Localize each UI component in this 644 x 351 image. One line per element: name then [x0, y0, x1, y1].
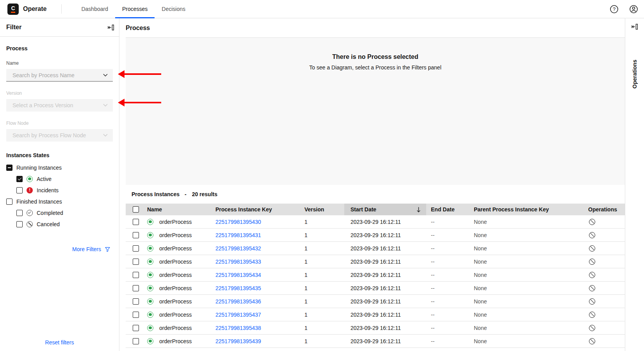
process-version-placeholder: Select a Process Version: [12, 102, 73, 108]
cancel-instance-icon[interactable]: [589, 338, 595, 344]
row-checkbox[interactable]: [133, 219, 139, 225]
state-icon: [27, 176, 33, 182]
row-checkbox-cell: [126, 312, 144, 318]
instance-key-link[interactable]: 225179981395436: [215, 298, 261, 305]
nav-tab[interactable]: Decisions: [155, 0, 192, 18]
state-checkbox[interactable]: [16, 187, 23, 193]
process-instances-panel: Process Instances - 20 results Name Proc…: [126, 185, 625, 351]
column-header-parent-key[interactable]: Parent Process Instance Key: [472, 206, 578, 213]
process-name-combobox[interactable]: Search by Process Name: [6, 69, 113, 82]
row-version-cell: 1: [304, 232, 344, 238]
cancel-instance-icon[interactable]: [589, 259, 595, 265]
row-name-cell: orderProcess: [144, 338, 215, 344]
cancel-instance-icon[interactable]: [589, 312, 595, 318]
app-logo-block[interactable]: C Operate: [0, 4, 54, 15]
main-nav-tabs: Dashboard Processes Decisions: [74, 0, 192, 18]
operations-panel-label[interactable]: Operations: [632, 60, 638, 89]
logo-orange-bar: [11, 12, 15, 13]
row-checkbox[interactable]: [133, 325, 139, 331]
help-icon[interactable]: ?: [610, 5, 619, 14]
sort-descending-icon[interactable]: [416, 206, 422, 213]
row-checkbox[interactable]: [133, 272, 139, 278]
row-parent-key-cell: None: [472, 298, 578, 305]
row-start-date-cell: 2023-09-29 16:12:11: [344, 338, 426, 344]
instance-key-link[interactable]: 225179981395435: [215, 285, 261, 291]
instance-key-link[interactable]: 225179981395437: [215, 312, 261, 318]
instance-key-link[interactable]: 225179981395434: [215, 272, 261, 278]
column-header-version[interactable]: Version: [304, 206, 344, 213]
instance-state-row: Canceled: [16, 218, 113, 230]
state-checkbox[interactable]: [16, 221, 23, 227]
nav-tab-label: Processes: [122, 6, 148, 12]
row-key-cell: 225179981395437: [215, 312, 304, 318]
instances-states-title: Instances States: [6, 152, 113, 158]
nav-divider: [61, 4, 62, 14]
row-checkbox[interactable]: [133, 285, 139, 291]
row-checkbox[interactable]: [133, 298, 139, 305]
title-separator: -: [185, 191, 187, 197]
instance-key-link[interactable]: 225179981395430: [215, 219, 261, 225]
row-end-date-cell: --: [426, 312, 472, 318]
column-header-name[interactable]: Name: [144, 206, 215, 213]
flow-node-combobox[interactable]: Search by Process Flow Node: [6, 129, 113, 142]
column-header-start-date[interactable]: Start Date: [344, 204, 426, 215]
operations-collapsed-panel[interactable]: Operations: [625, 18, 644, 351]
state-checkbox[interactable]: [16, 176, 23, 182]
reset-filters-link[interactable]: Reset filters: [45, 339, 74, 346]
row-checkbox[interactable]: [133, 259, 139, 265]
row-start-date-cell: 2023-09-29 16:12:11: [344, 259, 426, 265]
expand-panel-icon[interactable]: [632, 23, 638, 30]
state-icon: [27, 221, 33, 227]
user-profile-icon[interactable]: [629, 5, 638, 14]
chevron-down-icon: [103, 104, 108, 106]
process-name-label: Name: [6, 60, 113, 66]
more-filters-label: More Filters: [72, 246, 101, 252]
row-end-date-cell: --: [426, 259, 472, 265]
row-checkbox[interactable]: [133, 245, 139, 252]
cancel-instance-icon[interactable]: [589, 232, 595, 238]
process-name: orderProcess: [159, 232, 192, 238]
row-checkbox-cell: [126, 285, 144, 291]
flow-node-label: Flow Node: [6, 121, 113, 126]
cancel-instance-icon[interactable]: [589, 272, 595, 278]
row-checkbox[interactable]: [133, 232, 139, 238]
state-checkbox[interactable]: [6, 165, 12, 171]
collapse-panel-icon[interactable]: [108, 24, 114, 31]
topbar-right-actions: ?: [610, 5, 644, 14]
instance-key-link[interactable]: 225179981395438: [215, 325, 261, 331]
process-name: orderProcess: [159, 312, 192, 318]
state-checkbox[interactable]: [6, 199, 12, 205]
row-checkbox[interactable]: [133, 338, 139, 344]
active-state-icon: [147, 298, 153, 305]
diagram-panel-title: Process: [126, 25, 150, 32]
cancel-instance-icon[interactable]: [589, 325, 595, 331]
process-name: orderProcess: [159, 245, 192, 252]
cancel-instance-icon[interactable]: [589, 298, 595, 305]
state-checkbox[interactable]: [16, 210, 23, 216]
column-header-end-date[interactable]: End Date: [426, 206, 472, 213]
instance-key-link[interactable]: 225179981395431: [215, 232, 261, 238]
cancel-instance-icon[interactable]: [589, 245, 595, 252]
filters-title: Filter: [6, 24, 21, 31]
instance-key-link[interactable]: 225179981395433: [215, 259, 261, 265]
active-state-icon: [147, 272, 153, 278]
content-layout: Filter Process Name Search by Process Na…: [0, 18, 644, 351]
cancel-instance-icon[interactable]: [589, 219, 595, 225]
column-header-key[interactable]: Process Instance Key: [215, 206, 304, 213]
instance-key-link[interactable]: 225179981395432: [215, 245, 261, 252]
select-all-checkbox[interactable]: [133, 206, 139, 213]
instance-key-link[interactable]: 225179981395439: [215, 338, 261, 344]
nav-tab[interactable]: Dashboard: [74, 0, 115, 18]
row-checkbox[interactable]: [133, 312, 139, 318]
filters-panel-footer: Reset filters: [0, 334, 119, 351]
process-version-combobox[interactable]: Select a Process Version: [6, 99, 113, 112]
state-icon: [27, 210, 33, 216]
nav-tab[interactable]: Processes: [115, 0, 155, 18]
instance-table-row: orderProcess 225179981395431 1 2023-09-2…: [126, 229, 625, 242]
cancel-instance-icon[interactable]: [589, 285, 595, 291]
state-label: Completed: [37, 210, 63, 216]
row-version-cell: 1: [304, 325, 344, 331]
process-name: orderProcess: [159, 325, 192, 331]
row-name-cell: orderProcess: [144, 219, 215, 225]
more-filters-button[interactable]: More Filters: [6, 246, 110, 252]
